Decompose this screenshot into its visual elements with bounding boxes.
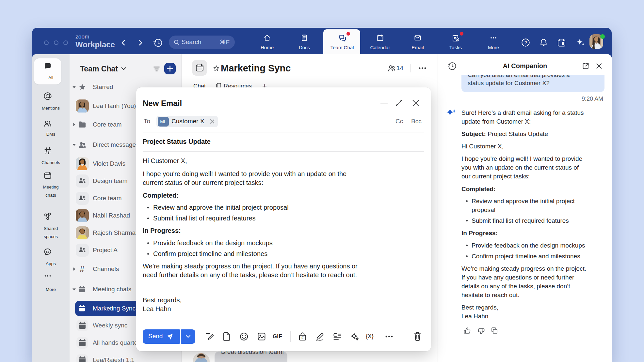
- svg-text:E: E: [301, 336, 304, 340]
- svg-text:?: ?: [524, 40, 527, 45]
